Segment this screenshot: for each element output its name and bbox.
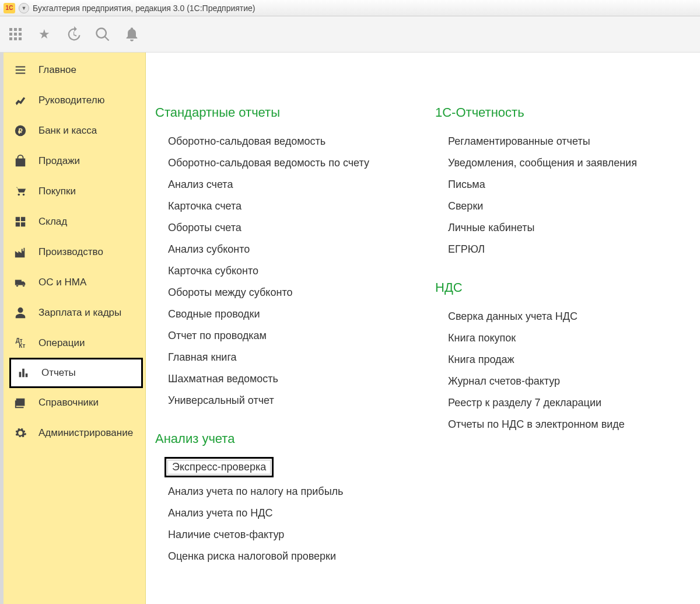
nav-item-7[interactable]: ОС и НМА (4, 267, 145, 298)
section: Анализ учетаЭкспресс-проверкаАнализ учет… (152, 431, 402, 567)
trend-icon (13, 93, 28, 108)
nav-item-0[interactable]: Главное (4, 55, 145, 85)
star-icon[interactable]: ★ (36, 26, 52, 43)
report-link[interactable]: Оборотно-сальдовая ведомость по счету (152, 152, 402, 174)
nav-item-12[interactable]: Администрирование (4, 418, 145, 448)
nav-label: Покупки (38, 186, 76, 197)
report-link[interactable]: Главная книга (152, 347, 402, 368)
report-link[interactable]: Регламентированные отчеты (432, 131, 682, 152)
report-link[interactable]: Оценка риска налоговой проверки (152, 546, 402, 567)
report-link[interactable]: Обороты счета (152, 217, 402, 239)
report-link[interactable]: ЕГРЮЛ (432, 239, 682, 260)
report-link[interactable]: Анализ субконто (152, 239, 402, 260)
report-link[interactable]: Анализ учета по налогу на прибыль (152, 481, 402, 502)
report-link[interactable]: Книга продаж (432, 349, 682, 371)
nav-item-5[interactable]: Склад (4, 207, 145, 237)
report-link[interactable]: Отчет по проводкам (152, 325, 402, 347)
window-title: Бухгалтерия предприятия, редакция 3.0 (1… (33, 4, 256, 13)
section-title: Стандартные отчеты (152, 105, 402, 120)
gear-icon (13, 425, 28, 441)
nav-item-3[interactable]: Продажи (4, 146, 145, 176)
nav-label: Отчеты (41, 367, 76, 379)
report-link[interactable]: Уведомления, сообщения и заявления (432, 152, 682, 174)
nav-label: Банк и касса (38, 125, 97, 137)
nav-item-1[interactable]: Руководителю (4, 85, 145, 116)
report-link[interactable]: Письма (432, 174, 682, 195)
bell-icon[interactable] (124, 26, 140, 43)
report-link[interactable]: Универсальный отчет (152, 390, 402, 411)
report-link[interactable]: Отчеты по НДС в электронном виде (432, 414, 682, 435)
window-menu-dropdown[interactable]: ▼ (19, 3, 29, 13)
section-title: Анализ учета (152, 431, 402, 446)
nav-item-10[interactable]: Отчеты (9, 358, 143, 388)
report-link[interactable]: Карточка субконто (152, 260, 402, 282)
report-link[interactable]: Анализ счета (152, 174, 402, 195)
section: Стандартные отчетыОборотно-сальдовая вед… (152, 105, 402, 411)
blocks-icon (13, 214, 28, 229)
report-link[interactable]: Журнал счетов-фактур (432, 371, 682, 392)
folders-icon (13, 395, 28, 410)
search-icon[interactable] (94, 26, 111, 43)
report-link[interactable]: Личные кабинеты (432, 217, 682, 239)
nav-label: Зарплата и кадры (38, 307, 121, 319)
report-link[interactable]: Наличие счетов-фактур (152, 524, 402, 546)
section: НДССверка данных учета НДСКнига покупокК… (432, 280, 682, 435)
dtk-icon: Дт Кт (13, 336, 28, 351)
section-title: 1С-Отчетность (432, 105, 682, 120)
nav-label: Руководителю (38, 95, 104, 106)
history-icon[interactable] (65, 26, 82, 43)
menu-icon (13, 62, 28, 78)
nav-item-9[interactable]: Дт КтОперации (4, 328, 145, 358)
report-link[interactable]: Реестр к разделу 7 декларации (432, 392, 682, 414)
nav-item-8[interactable]: Зарплата и кадры (4, 298, 145, 328)
toolbar: ★ (0, 16, 700, 53)
svg-text:₽: ₽ (18, 127, 23, 135)
section-title: НДС (432, 280, 682, 295)
nav-label: Продажи (38, 155, 80, 167)
sidebar: ГлавноеРуководителю₽Банк и кассаПродажиП… (4, 53, 146, 604)
report-link[interactable]: Оборотно-сальдовая ведомость (152, 131, 402, 152)
report-link[interactable]: Книга покупок (432, 327, 682, 349)
nav-item-11[interactable]: Справочники (4, 387, 145, 418)
nav-label: Операции (38, 337, 85, 349)
report-link[interactable]: Сводные проводки (152, 303, 402, 325)
nav-item-6[interactable]: Производство (4, 237, 145, 267)
report-link[interactable]: Сверки (432, 195, 682, 217)
apps-grid-icon[interactable] (7, 26, 23, 43)
report-link[interactable]: Экспресс-проверка (164, 457, 274, 477)
ruble-icon: ₽ (13, 123, 28, 138)
nav-item-4[interactable]: Покупки (4, 176, 145, 207)
report-link[interactable]: Шахматная ведомость (152, 368, 402, 390)
app-logo-icon: 1С (4, 3, 15, 13)
cart-icon (13, 184, 28, 199)
window-titlebar: 1С ▼ Бухгалтерия предприятия, редакция 3… (0, 0, 700, 16)
nav-label: Администрирование (38, 427, 133, 439)
report-link[interactable]: Обороты между субконто (152, 282, 402, 303)
nav-item-2[interactable]: ₽Банк и касса (4, 116, 145, 146)
report-link[interactable]: Карточка счета (152, 195, 402, 217)
bars-icon (16, 365, 31, 380)
content-area: Стандартные отчетыОборотно-сальдовая вед… (146, 53, 700, 604)
nav-label: Справочники (38, 397, 99, 409)
nav-label: ОС и НМА (38, 277, 86, 288)
nav-label: Главное (38, 64, 76, 76)
person-icon (13, 305, 28, 320)
section: 1С-ОтчетностьРегламентированные отчетыУв… (432, 105, 682, 260)
bag-icon (13, 153, 28, 169)
factory-icon (13, 245, 28, 260)
report-link[interactable]: Анализ учета по НДС (152, 502, 402, 524)
nav-label: Производство (38, 246, 103, 258)
report-link[interactable]: Сверка данных учета НДС (432, 306, 682, 327)
nav-label: Склад (38, 216, 67, 228)
truck-icon (13, 275, 28, 290)
